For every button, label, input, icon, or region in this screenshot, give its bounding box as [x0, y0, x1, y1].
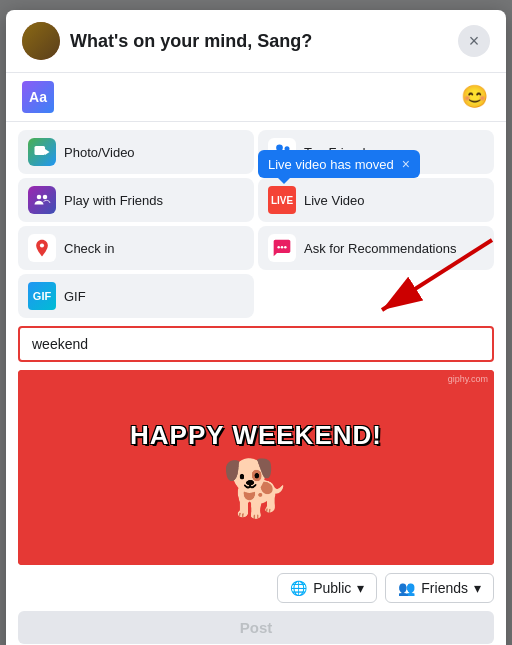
ask-recommendations-option[interactable]: Ask for Recommendations — [258, 226, 494, 270]
photo-video-icon — [28, 138, 56, 166]
public-label: Public — [313, 580, 351, 596]
photo-video-option[interactable]: Photo/Video — [18, 130, 254, 174]
tooltip-text: Live video has moved — [268, 157, 394, 172]
play-with-friends-icon — [28, 186, 56, 214]
options-grid: Photo/Video Tag Friends Play with Friend… — [6, 122, 506, 326]
svg-rect-2 — [35, 146, 46, 155]
svg-point-6 — [43, 195, 48, 200]
photo-video-label: Photo/Video — [64, 145, 135, 160]
post-button[interactable]: Post — [18, 611, 494, 644]
gif-snoopy: 🐕 — [222, 461, 291, 516]
gif-watermark: giphy.com — [448, 374, 488, 384]
check-in-label: Check in — [64, 241, 115, 256]
close-button[interactable]: × — [458, 25, 490, 57]
tooltip-close-button[interactable]: × — [402, 156, 410, 172]
modal-title: What's on your mind, Sang? — [70, 31, 458, 52]
svg-point-5 — [37, 195, 42, 200]
check-in-option[interactable]: Check in — [18, 226, 254, 270]
create-post-modal: What's on your mind, Sang? × Aa 😊 Photo/… — [6, 10, 506, 645]
svg-point-8 — [277, 246, 280, 249]
gif-option[interactable]: GIF GIF — [18, 274, 254, 318]
emoji-button[interactable]: 😊 — [458, 81, 490, 113]
friends-icon: 👥 — [398, 580, 415, 596]
live-video-tooltip: Live video has moved × — [258, 150, 420, 178]
text-format-icon[interactable]: Aa — [22, 81, 54, 113]
friends-dropdown[interactable]: 👥 Friends ▾ — [385, 573, 494, 603]
ask-recommendations-icon — [268, 234, 296, 262]
live-video-label: Live Video — [304, 193, 364, 208]
gif-label: GIF — [64, 289, 86, 304]
public-dropdown[interactable]: 🌐 Public ▾ — [277, 573, 377, 603]
svg-point-9 — [281, 246, 284, 249]
public-chevron: ▾ — [357, 580, 364, 596]
ask-recommendations-label: Ask for Recommendations — [304, 241, 456, 256]
play-with-friends-option[interactable]: Play with Friends — [18, 178, 254, 222]
empty-cell — [258, 274, 494, 318]
toolbar: Aa 😊 — [6, 73, 506, 122]
audience-buttons-row: 🌐 Public ▾ 👥 Friends ▾ — [18, 573, 494, 603]
friends-label: Friends — [421, 580, 468, 596]
friends-chevron: ▾ — [474, 580, 481, 596]
live-video-icon: LIVE — [268, 186, 296, 214]
public-icon: 🌐 — [290, 580, 307, 596]
gif-text: HAPPY WEEKEND! — [130, 420, 382, 451]
gif-search-area — [6, 326, 506, 370]
toolbar-left: Aa — [22, 81, 54, 113]
gif-icon: GIF — [28, 282, 56, 310]
gif-display: giphy.com HAPPY WEEKEND! 🐕 — [18, 370, 494, 565]
gif-search-input[interactable] — [18, 326, 494, 362]
svg-point-7 — [40, 243, 44, 247]
avatar — [22, 22, 60, 60]
gif-result-container: giphy.com HAPPY WEEKEND! 🐕 — [18, 370, 494, 565]
svg-point-10 — [284, 246, 287, 249]
play-with-friends-label: Play with Friends — [64, 193, 163, 208]
live-video-option[interactable]: Live video has moved × LIVE Live Video — [258, 178, 494, 222]
check-in-icon — [28, 234, 56, 262]
modal-header: What's on your mind, Sang? × — [6, 10, 506, 73]
bottom-section: 🌐 Public ▾ 👥 Friends ▾ Post — [6, 565, 506, 645]
modal-overlay: What's on your mind, Sang? × Aa 😊 Photo/… — [0, 0, 512, 645]
